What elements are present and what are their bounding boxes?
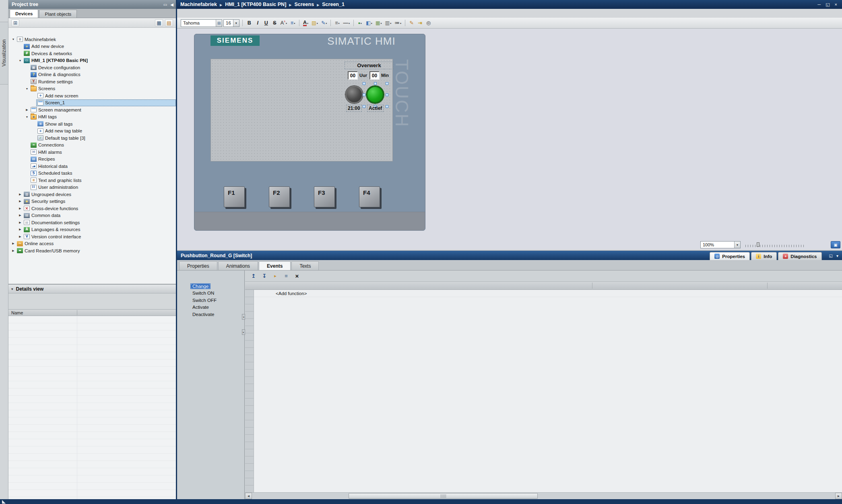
details-view-column-header[interactable]: Name: [8, 309, 176, 316]
pen-color-button[interactable]: ✎: [320, 19, 328, 27]
overwerk-label[interactable]: Overwerk: [345, 62, 394, 69]
tree-item[interactable]: Add new screen: [8, 92, 176, 99]
strikethrough-button[interactable]: S: [271, 19, 279, 27]
expand-right-icon[interactable]: [242, 329, 245, 335]
fill-color-button[interactable]: ▪: [356, 19, 364, 27]
expander-icon[interactable]: ▼: [11, 38, 16, 41]
event-item[interactable]: Activate: [190, 304, 211, 310]
font-family-combo[interactable]: Tahoma: [181, 19, 222, 27]
function-key[interactable]: F3: [314, 186, 335, 207]
move-up-icon[interactable]: ↥: [250, 272, 258, 280]
tree-item[interactable]: ▼ Machinefabriek: [8, 36, 176, 43]
border-style-button[interactable]: ≡: [333, 19, 341, 27]
expander-icon[interactable]: ▶: [11, 249, 16, 252]
breadcrumb-item[interactable]: Machinefabriek: [180, 2, 217, 7]
minimize-icon[interactable]: ─: [817, 2, 821, 7]
font-color-button[interactable]: A: [302, 19, 310, 27]
screen-editor-canvas[interactable]: SIEMENS SIMATIC HMI TOUCH Overwerk 00 Uu…: [177, 29, 842, 250]
tree-item[interactable]: ▶ Languages & resources: [8, 226, 176, 233]
tree-item[interactable]: ▶ Documentation settings: [8, 219, 176, 226]
simple-view-icon[interactable]: ▤: [165, 19, 173, 27]
selection-handle[interactable]: [363, 105, 365, 108]
tree-item[interactable]: ▼ HMI_1 [KTP400 Basic PN]: [8, 57, 176, 64]
breadcrumb-item[interactable]: HMI_1 [KTP400 Basic PN]: [225, 2, 286, 7]
tab-properties[interactable]: Properties: [179, 261, 217, 270]
tab-animations[interactable]: Animations: [218, 261, 258, 270]
tree-item[interactable]: ▶ Security settings: [8, 198, 176, 205]
expander-icon[interactable]: ▼: [18, 59, 23, 62]
expander-icon[interactable]: ▼: [25, 87, 29, 90]
selection-handle[interactable]: [386, 105, 388, 108]
pushbutton-round-gray[interactable]: [345, 86, 363, 103]
function-key[interactable]: F4: [359, 186, 380, 207]
layout-button[interactable]: ▥: [384, 19, 393, 27]
graphic-style-button[interactable]: ▦: [374, 19, 383, 27]
function-table-header[interactable]: [245, 282, 842, 290]
minute-field[interactable]: 00: [369, 71, 380, 80]
tree-item[interactable]: Device configuration: [8, 64, 176, 71]
breadcrumb-item[interactable]: Screens: [294, 2, 314, 7]
expander-icon[interactable]: ▶: [11, 242, 16, 245]
tree-item[interactable]: ▶ Version control interface: [8, 233, 176, 240]
tree-item[interactable]: Online & diagnostics: [8, 71, 176, 78]
tree-item[interactable]: Show all tags: [8, 120, 176, 128]
tree-item[interactable]: HMI alarms: [8, 149, 176, 156]
tab-events[interactable]: Events: [259, 261, 291, 270]
expander-icon[interactable]: ▶: [18, 214, 23, 217]
zoom-level-select[interactable]: 100%: [700, 241, 741, 248]
tree-item[interactable]: Text and graphic lists: [8, 177, 176, 184]
function-key[interactable]: F1: [224, 186, 245, 207]
add-function-cell[interactable]: <Add function>: [254, 290, 842, 297]
tree-item[interactable]: ▶ Ungrouped devices: [8, 191, 176, 198]
expander-icon[interactable]: ▶: [18, 200, 23, 203]
highlight-color-button[interactable]: ▨: [310, 19, 319, 27]
tab-order-button[interactable]: ⇥: [416, 19, 424, 27]
tree-item[interactable]: Scheduled tasks: [8, 170, 176, 177]
collapse-left-icon[interactable]: [242, 314, 245, 320]
diagnostics-tab[interactable]: + Diagnostics: [778, 252, 821, 260]
zoom-selection-button[interactable]: ◎: [425, 19, 432, 27]
expander-icon[interactable]: ▶: [18, 207, 23, 210]
expander-icon[interactable]: ▶: [18, 221, 23, 224]
tree-item[interactable]: Screen_1: [8, 99, 176, 107]
align-button[interactable]: ≡: [289, 19, 297, 27]
pin-panel-icon[interactable]: ▭: [163, 2, 167, 7]
text-style-button[interactable]: ◧: [365, 19, 374, 27]
tree-item[interactable]: Default tag table [3]: [8, 134, 176, 142]
horizontal-scrollbar[interactable]: [245, 492, 842, 499]
zoom-slider[interactable]: [745, 242, 806, 247]
tree-item[interactable]: Runtime settings: [8, 78, 176, 85]
move-down-icon[interactable]: ↧: [260, 272, 268, 280]
underline-button[interactable]: U: [262, 19, 270, 27]
function-key[interactable]: F2: [269, 186, 290, 207]
tree-item[interactable]: Add new tag table: [8, 128, 176, 135]
tab-devices[interactable]: Devices: [10, 9, 38, 18]
expander-icon[interactable]: ▶: [25, 108, 29, 112]
time-label[interactable]: 21:00: [346, 105, 362, 112]
font-list-icon[interactable]: [216, 20, 222, 27]
scroll-left-icon[interactable]: [245, 493, 252, 499]
selection-handle[interactable]: [374, 82, 377, 85]
float-panel-icon[interactable]: ◱: [829, 254, 833, 258]
properties-tab[interactable]: ◎ Properties: [710, 252, 750, 260]
tree-item[interactable]: Recipes: [8, 156, 176, 163]
hour-field[interactable]: 00: [348, 71, 358, 80]
tree-item[interactable]: ▶ Common data: [8, 212, 176, 219]
expand-branch-icon[interactable]: ▸: [271, 272, 279, 280]
show-column-headers-icon[interactable]: ▦: [155, 19, 163, 27]
event-item[interactable]: Switch OFF: [190, 297, 219, 303]
expander-icon[interactable]: ▼: [25, 116, 29, 118]
line-style-button[interactable]: —: [342, 19, 351, 27]
spacing-button[interactable]: ≔: [393, 19, 402, 27]
close-icon[interactable]: ×: [835, 2, 837, 7]
zoom-slider-thumb[interactable]: [757, 242, 759, 247]
column-divider[interactable]: [767, 283, 768, 289]
scrollbar-thumb[interactable]: [349, 493, 538, 499]
breadcrumb-item[interactable]: Screen_1: [322, 2, 345, 7]
tab-texts[interactable]: Texts: [291, 261, 319, 270]
selection-handle[interactable]: [363, 93, 365, 96]
tree-item[interactable]: Historical data: [8, 163, 176, 170]
portal-view-icon[interactable]: [2, 500, 6, 504]
delete-function-icon[interactable]: ×: [293, 272, 301, 280]
expander-icon[interactable]: ▶: [18, 235, 23, 238]
